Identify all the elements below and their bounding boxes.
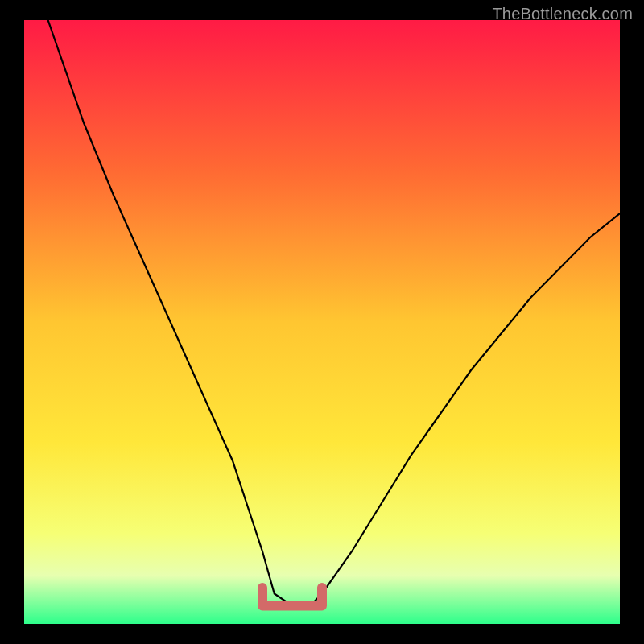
plot-area	[24, 20, 620, 624]
chart-frame: TheBottleneck.com	[0, 0, 644, 644]
bottleneck-curve	[48, 20, 620, 606]
curve-layer	[24, 20, 620, 624]
watermark-label: TheBottleneck.com	[492, 5, 633, 23]
optimal-range-marker	[262, 588, 322, 606]
